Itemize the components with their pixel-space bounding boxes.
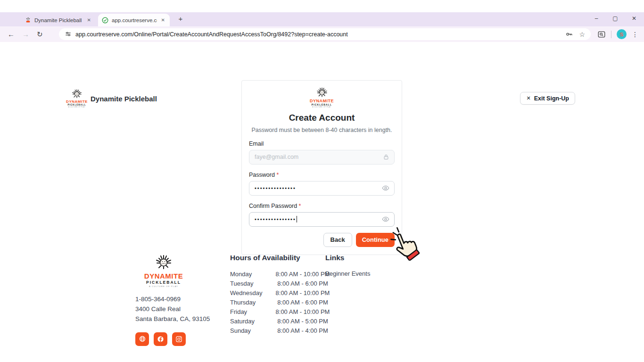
show-password-eye-icon[interactable] — [382, 185, 389, 191]
toolbar-right: S ⋮ — [597, 26, 638, 42]
close-button[interactable]: ✕ — [631, 15, 637, 22]
profile-avatar[interactable]: S — [617, 29, 627, 39]
browser-tab-dynamite[interactable]: Dynamite Pickleball – A Culture ✕ — [21, 14, 96, 26]
confirm-password-label: Confirm Password * — [249, 203, 395, 209]
show-password-eye-icon[interactable] — [382, 216, 389, 222]
minimize-button[interactable]: – — [593, 15, 600, 22]
password-field[interactable]: ••••••••••••••• — [249, 181, 395, 196]
exit-signup-label: Exit Sign-Up — [534, 95, 569, 102]
search-tabs-icon[interactable] — [597, 30, 606, 39]
hours-table: Monday8:00 AM - 10:00 PM Tuesday8:00 AM … — [230, 270, 339, 336]
lock-icon — [383, 154, 389, 160]
page-header: DYNAMITE PICKLEBALL A CULTURE OF PLAY Dy… — [0, 42, 644, 70]
page-title: Create Account — [249, 113, 395, 123]
hours-row: Wednesday8:00 AM - 10:00 PM — [230, 288, 339, 298]
required-asterisk: * — [276, 172, 279, 178]
tab-close-icon[interactable]: ✕ — [160, 17, 166, 23]
footer-logo: DYNAMITE PICKLEBALL A CULTURE OF PLAY — [144, 255, 183, 288]
hours-row: Friday8:00 AM - 10:00 PM — [230, 307, 339, 317]
address-line2: Santa Barbara, CA, 93105 — [135, 314, 215, 324]
hours-row: Thursday8:00 AM - 6:00 PM — [230, 298, 339, 307]
brand-word1: DYNAMITE — [66, 100, 88, 104]
tab-strip: Dynamite Pickleball – A Culture ✕ app.co… — [0, 12, 644, 26]
email-value: faye@gmail.com — [255, 154, 298, 160]
links-title: Links — [325, 254, 370, 262]
email-field[interactable]: faye@gmail.com — [249, 150, 395, 165]
text-caret — [297, 216, 297, 222]
reload-icon[interactable]: ↻ — [37, 31, 43, 38]
password-key-icon[interactable] — [565, 30, 573, 38]
url-text[interactable]: app.courtreserve.com/Online/Portal/Creat… — [75, 31, 561, 38]
instagram-button[interactable] — [172, 332, 186, 346]
url-bar[interactable]: app.courtreserve.com/Online/Portal/Creat… — [59, 28, 591, 40]
maximize-button[interactable]: ▢ — [612, 15, 619, 22]
window-controls: – ▢ ✕ — [593, 15, 637, 22]
phone-number: 1-805-364-0969 — [135, 294, 215, 304]
beginner-events-link[interactable]: Beginner Events — [325, 270, 370, 277]
forward-icon[interactable]: → — [22, 31, 29, 38]
back-button[interactable]: Back — [323, 233, 352, 247]
address-line1: 3400 Calle Real — [135, 304, 215, 314]
site-settings-icon[interactable] — [65, 31, 72, 38]
facebook-button[interactable] — [154, 332, 167, 346]
hours-row: Monday8:00 AM - 10:00 PM — [230, 270, 339, 279]
browser-tab-courtreserve[interactable]: app.courtreserve.com/Online/P ✕ — [98, 14, 170, 26]
close-x-icon: ✕ — [526, 95, 530, 101]
exit-signup-button[interactable]: ✕ Exit Sign-Up — [520, 92, 575, 105]
instagram-icon — [175, 336, 182, 343]
password-label: Password * — [249, 172, 395, 178]
check-favicon-icon — [102, 17, 108, 24]
browser-toolbar: ← → ↻ app.courtreserve.com/Online/Portal… — [0, 26, 644, 42]
hours-title: Hours of Availability — [230, 254, 339, 262]
brand-tagline: A CULTURE OF PLAY — [149, 286, 178, 288]
starburst-icon — [316, 87, 328, 99]
footer-contact-column: DYNAMITE PICKLEBALL A CULTURE OF PLAY 1-… — [135, 255, 215, 346]
tab-title: app.courtreserve.com/Online/P — [112, 17, 157, 23]
facebook-icon — [157, 335, 165, 343]
bookmark-star-icon[interactable]: ☆ — [579, 31, 585, 38]
password-masked-value: ••••••••••••••• — [255, 185, 296, 191]
password-hint: Password must be between 8-40 characters… — [249, 127, 395, 133]
back-icon[interactable]: ← — [8, 31, 15, 38]
chrome-menu-icon[interactable]: ⋮ — [632, 31, 638, 38]
tab-title: Dynamite Pickleball – A Culture — [34, 17, 83, 23]
hours-row: Tuesday8:00 AM - 6:00 PM — [230, 279, 339, 288]
brand-word1: DYNAMITE — [144, 272, 183, 280]
website-button[interactable] — [135, 332, 149, 346]
hours-row: Saturday8:00 AM - 5:00 PM — [230, 317, 339, 326]
footer-links-column: Links Beginner Events — [325, 254, 370, 277]
org-logo: DYNAMITE PICKLEBALL A CULTURE OF PLAY — [67, 89, 86, 108]
email-label: Email — [249, 140, 395, 147]
starburst-icon — [72, 89, 82, 99]
globe-icon — [139, 335, 146, 343]
dynamite-favicon-icon — [25, 17, 31, 23]
browser-window: Dynamite Pickleball – A Culture ✕ app.co… — [0, 0, 644, 362]
confirm-password-field[interactable]: ••••••••••••••• — [249, 212, 395, 227]
toolbar-divider — [611, 31, 611, 38]
brand-tagline: A CULTURE OF PLAY — [68, 107, 85, 108]
brand-tagline: A CULTURE OF PLAY — [313, 107, 331, 108]
brand-word2: PICKLEBALL — [67, 104, 86, 107]
org-name: Dynamite Pickleball — [91, 95, 157, 103]
brand-word1: DYNAMITE — [310, 99, 334, 103]
new-tab-button[interactable]: + — [175, 15, 186, 23]
starburst-icon — [155, 255, 172, 272]
hours-row: Sunday8:00 AM - 4:00 PM — [230, 326, 339, 336]
create-account-card: DYNAMITE PICKLEBALL A CULTURE OF PLAY Cr… — [241, 80, 402, 255]
footer-hours-column: Hours of Availability Monday8:00 AM - 10… — [230, 254, 339, 336]
continue-button[interactable]: Continue — [356, 233, 395, 247]
required-asterisk: * — [299, 203, 301, 209]
card-logo: DYNAMITE PICKLEBALL A CULTURE OF PLAY — [310, 87, 334, 108]
brand-word2: PICKLEBALL — [146, 280, 181, 285]
confirm-password-masked-value: ••••••••••••••• — [255, 216, 296, 222]
omnibox-right-icons: ☆ — [565, 30, 585, 38]
tab-close-icon[interactable]: ✕ — [86, 17, 92, 23]
